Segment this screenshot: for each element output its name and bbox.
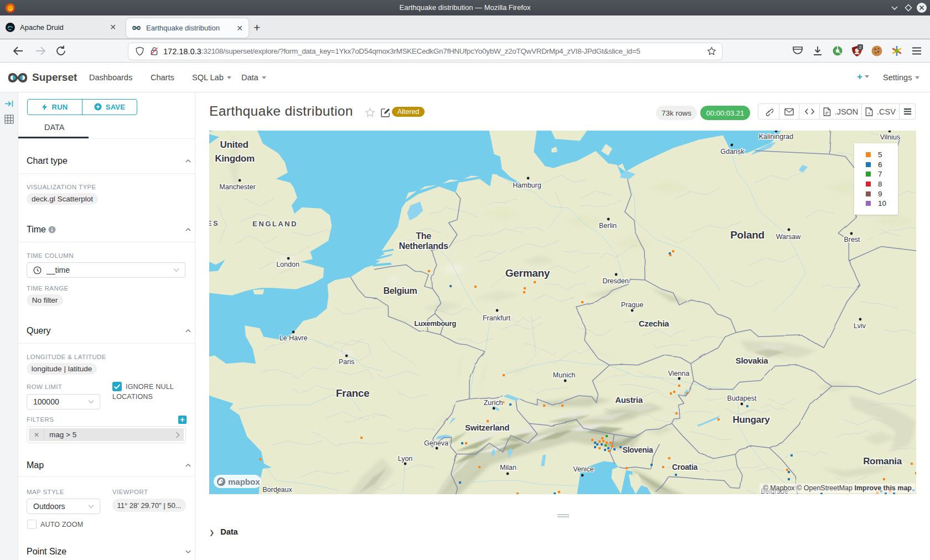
svg-text:The: The bbox=[416, 231, 431, 241]
svg-text:Romania: Romania bbox=[863, 456, 902, 466]
svg-text:United: United bbox=[220, 139, 248, 150]
svg-text:Manchester: Manchester bbox=[219, 183, 255, 191]
svg-text:Lviv: Lviv bbox=[854, 322, 866, 330]
svg-text:Vilnius: Vilnius bbox=[880, 133, 901, 141]
svg-text:Le Havre: Le Havre bbox=[280, 334, 308, 342]
svg-text:x: x bbox=[868, 111, 870, 115]
svg-text:Kingdom: Kingdom bbox=[215, 153, 255, 164]
svg-text:Slovenia: Slovenia bbox=[622, 445, 653, 454]
svg-text:Slovakia: Slovakia bbox=[736, 356, 768, 365]
svg-text:Vienna: Vienna bbox=[668, 370, 690, 377]
svg-text:Bordeaux: Bordeaux bbox=[262, 486, 292, 494]
svg-text:Frankfurt: Frankfurt bbox=[483, 314, 511, 322]
svg-text:Warsaw: Warsaw bbox=[776, 233, 802, 241]
svg-text:Austria: Austria bbox=[615, 395, 643, 405]
svg-text:London: London bbox=[276, 261, 299, 268]
svg-text:Prague: Prague bbox=[621, 301, 643, 309]
svg-text:Switzerland: Switzerland bbox=[465, 423, 509, 432]
svg-text:Paris: Paris bbox=[339, 358, 354, 366]
svg-text:Budapest: Budapest bbox=[727, 395, 757, 402]
svg-text:ES: ES bbox=[209, 219, 219, 227]
svg-text:Munich: Munich bbox=[553, 371, 575, 379]
svg-text:Gdansk: Gdansk bbox=[720, 148, 745, 155]
svg-text:Kaliningrad: Kaliningrad bbox=[759, 133, 794, 141]
svg-text:Croatia: Croatia bbox=[672, 463, 698, 471]
svg-text:Hungary: Hungary bbox=[733, 414, 771, 425]
svg-text:Lyon: Lyon bbox=[398, 455, 413, 463]
svg-text:Milan: Milan bbox=[500, 464, 516, 471]
svg-text:Venice: Venice bbox=[573, 465, 594, 473]
svg-text:France: France bbox=[336, 387, 370, 399]
svg-text:Zurich: Zurich bbox=[484, 399, 503, 407]
svg-text:ENGLAND: ENGLAND bbox=[252, 220, 298, 228]
svg-text:Dresden: Dresden bbox=[602, 277, 628, 285]
svg-text:Geneva: Geneva bbox=[424, 439, 448, 447]
svg-text:Poland: Poland bbox=[730, 229, 764, 241]
svg-text:Germany: Germany bbox=[505, 267, 550, 279]
svg-text:Czechia: Czechia bbox=[639, 319, 670, 328]
svg-text:2: 2 bbox=[859, 45, 862, 50]
svg-text:Luxembourg: Luxembourg bbox=[414, 319, 456, 328]
svg-text:Hamburg: Hamburg bbox=[513, 182, 541, 189]
svg-text:Netherlands: Netherlands bbox=[399, 241, 448, 251]
svg-text:Brest: Brest bbox=[844, 236, 860, 243]
svg-text:Belgium: Belgium bbox=[383, 286, 417, 295]
svg-text:Berlin: Berlin bbox=[599, 222, 617, 230]
